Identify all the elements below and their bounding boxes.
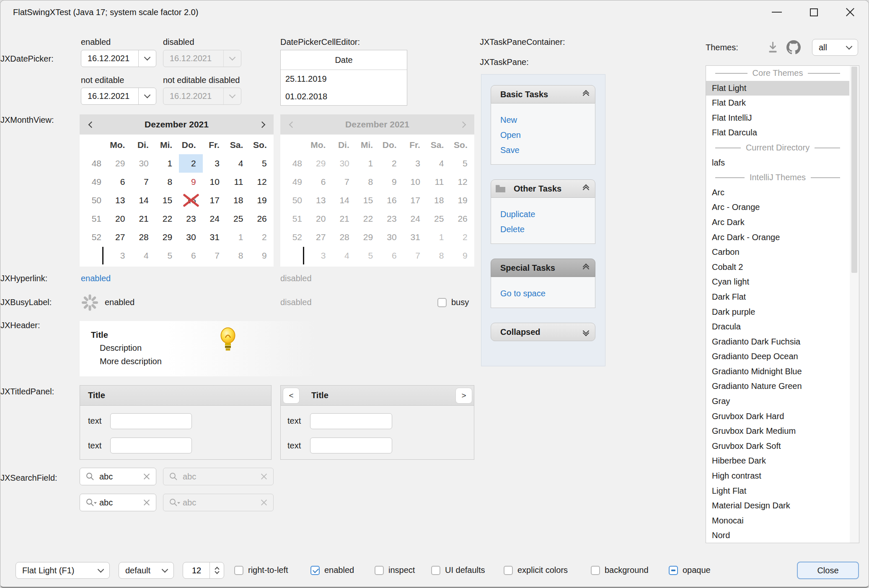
calendar-day[interactable]: 31 (203, 228, 226, 246)
calendar-day[interactable]: 15 (155, 191, 179, 210)
datepicker-dropdown-button[interactable] (138, 88, 156, 104)
calendar-day[interactable]: 24 (203, 210, 226, 228)
calendar-day[interactable]: 8 (155, 173, 179, 191)
calendar-day[interactable]: 1 (226, 228, 250, 246)
theme-list-item[interactable]: Hiberbee Dark (706, 453, 849, 469)
calendar-day[interactable]: 2 (179, 154, 202, 173)
close-button[interactable]: Close (797, 562, 859, 579)
collapse-icon[interactable] (584, 91, 588, 98)
calendar-day[interactable]: 3 (203, 154, 226, 173)
calendar-day[interactable]: 12 (250, 173, 273, 191)
checkbox-box[interactable] (504, 566, 513, 575)
calendar-day[interactable]: 26 (250, 210, 273, 228)
search-field-dropdown-enabled[interactable]: abc (80, 494, 156, 511)
task-link[interactable]: New (500, 112, 595, 127)
theme-list-item[interactable]: Dark Flat (706, 290, 849, 305)
calendar-day[interactable]: 4 (132, 246, 155, 265)
calendar-day[interactable]: 2 (250, 228, 273, 246)
taskpane-header[interactable]: Special Tasks (491, 259, 595, 277)
theme-list-item[interactable]: Gruvbox Dark Soft (706, 439, 849, 454)
text-field[interactable] (110, 413, 192, 429)
checkbox-box[interactable] (669, 566, 678, 575)
calendar-day[interactable]: 11 (226, 173, 250, 191)
spinner-buttons[interactable] (209, 562, 224, 578)
task-link[interactable]: Go to space (500, 286, 595, 301)
prev-month-button[interactable] (87, 120, 96, 129)
next-month-button[interactable] (258, 120, 266, 129)
scrollbar-thumb[interactable] (851, 67, 857, 273)
calendar-day[interactable]: 22 (155, 210, 179, 228)
github-icon[interactable] (786, 40, 801, 54)
table-column-header[interactable]: Date (281, 50, 407, 70)
text-field[interactable] (110, 438, 192, 453)
calendar-day[interactable]: 1 (155, 154, 179, 173)
laf-combobox[interactable]: Flat Light (F1) (16, 562, 110, 579)
checkbox-background[interactable]: background (591, 565, 649, 575)
themes-scrollbar[interactable] (850, 66, 859, 543)
theme-list-item[interactable]: High contrast (706, 469, 849, 484)
theme-list-item[interactable]: Gray (706, 394, 849, 409)
calendar-day[interactable]: 5 (155, 246, 179, 265)
calendar-day[interactable]: 3 (108, 246, 132, 265)
calendar-day[interactable]: 27 (108, 228, 132, 246)
calendar-day[interactable]: 9 (179, 173, 202, 191)
theme-list-item[interactable]: Nord (706, 528, 849, 543)
expand-icon[interactable] (584, 329, 588, 335)
theme-list-item[interactable]: lafs (706, 155, 849, 171)
calendar-day[interactable]: 5 (250, 154, 273, 173)
search-field-enabled[interactable]: abc (80, 468, 156, 485)
theme-list-item[interactable]: Arc Dark (706, 215, 849, 230)
checkbox-box[interactable] (591, 566, 600, 575)
theme-list-item[interactable]: Gradianto Deep Ocean (706, 349, 849, 364)
checkbox-enabled[interactable]: enabled (310, 565, 354, 575)
spinner-value[interactable]: 12 (183, 562, 209, 578)
calendar-day[interactable]: 28 (132, 228, 155, 246)
theme-list-item[interactable]: Cobalt 2 (706, 260, 849, 275)
theme-list-item[interactable]: Carbon (706, 245, 849, 260)
checkbox-box[interactable] (437, 298, 447, 307)
text-field[interactable] (310, 438, 392, 453)
collapse-icon[interactable] (584, 185, 588, 192)
style-combobox[interactable]: default (119, 562, 174, 579)
calendar-day[interactable]: 18 (226, 191, 250, 210)
calendar-day[interactable]: 7 (203, 246, 226, 265)
theme-list-item[interactable]: Gradianto Midnight Blue (706, 364, 849, 379)
taskpane-header[interactable]: Basic Tasks (491, 85, 595, 104)
taskpane-header[interactable]: Other Tasks (491, 179, 595, 198)
theme-list-item[interactable]: Flat Darcula (706, 125, 849, 140)
calendar-day[interactable]: 10 (203, 173, 226, 191)
calendar-day[interactable]: 19 (250, 191, 273, 210)
theme-list-item[interactable]: Gruvbox Dark Hard (706, 409, 849, 424)
titledpanel-prev-button[interactable]: < (283, 388, 300, 404)
themes-filter-combobox[interactable]: all (812, 39, 858, 56)
task-link[interactable]: Save (500, 142, 595, 158)
checkbox-right-to-left[interactable]: right-to-left (234, 565, 288, 575)
theme-list-item[interactable]: Dark purple (706, 305, 849, 320)
theme-list-item[interactable]: Arc (706, 185, 849, 200)
datepicker-dropdown-button[interactable] (138, 50, 156, 67)
calendar-day[interactable]: 17 (203, 191, 226, 210)
search-input-value[interactable]: abc (99, 472, 143, 482)
theme-list-item[interactable]: Light Flat (706, 484, 849, 499)
theme-list-item[interactable]: Dracula (706, 319, 849, 334)
calendar-day[interactable]: 23 (179, 210, 202, 228)
theme-list-item[interactable]: Monocai (706, 513, 849, 528)
minimize-button[interactable] (763, 0, 790, 24)
theme-list-item[interactable]: Arc - Orange (706, 200, 849, 215)
theme-list-item[interactable]: Cyan light (706, 275, 849, 290)
text-field[interactable] (310, 413, 392, 429)
calendar-day[interactable]: 7 (132, 173, 155, 191)
hyperlink-enabled[interactable]: enabled (81, 274, 111, 283)
checkbox-box[interactable] (375, 566, 384, 575)
task-link[interactable]: Delete (500, 222, 595, 237)
collapse-icon[interactable] (584, 264, 588, 271)
task-link[interactable]: Open (500, 127, 595, 142)
table-row[interactable]: 25.11.2019 (281, 70, 407, 88)
calendar-day[interactable]: 30 (179, 228, 202, 246)
calendar-day[interactable]: 30 (132, 154, 155, 173)
clear-icon[interactable] (143, 499, 150, 506)
download-icon[interactable] (767, 41, 778, 54)
calendar-day[interactable]: 20 (108, 210, 132, 228)
theme-list-item[interactable]: Flat IntelliJ (706, 111, 849, 126)
calendar-day[interactable]: 4 (226, 154, 250, 173)
